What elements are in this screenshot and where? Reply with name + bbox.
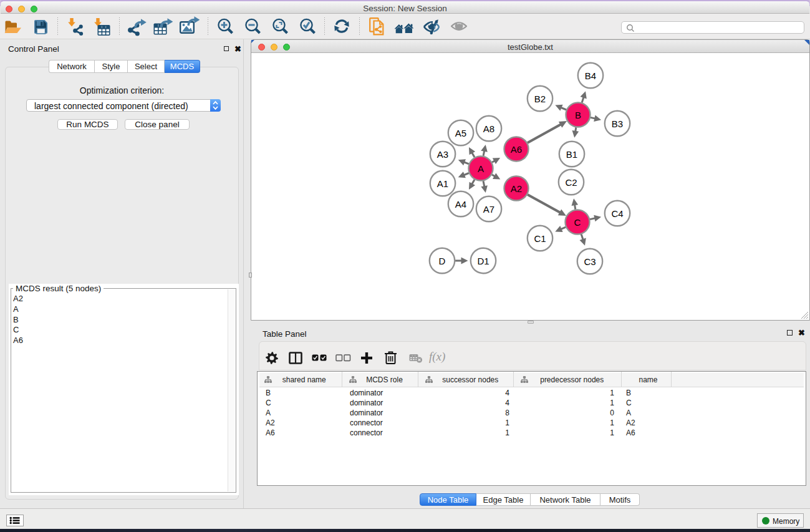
svg-text:A8: A8 [483,123,494,134]
svg-text:B2: B2 [534,94,546,104]
svg-text:A7: A7 [483,204,494,215]
svg-text:A1: A1 [437,178,448,189]
svg-text:C2: C2 [565,177,577,188]
svg-text:B4: B4 [585,70,596,81]
svg-text:C: C [574,217,581,228]
svg-text:B1: B1 [566,149,577,160]
svg-text:D: D [439,256,446,266]
svg-text:A6: A6 [511,144,522,155]
svg-text:A3: A3 [437,149,448,160]
svg-text:B3: B3 [612,118,623,129]
svg-text:D1: D1 [477,256,489,266]
svg-text:A2: A2 [511,183,522,194]
svg-text:A: A [478,163,484,174]
svg-text:A5: A5 [455,128,466,138]
svg-text:C3: C3 [584,256,595,267]
svg-text:B: B [575,110,581,120]
svg-text:A4: A4 [455,199,466,210]
svg-text:C1: C1 [534,233,546,244]
svg-text:C4: C4 [611,208,623,219]
